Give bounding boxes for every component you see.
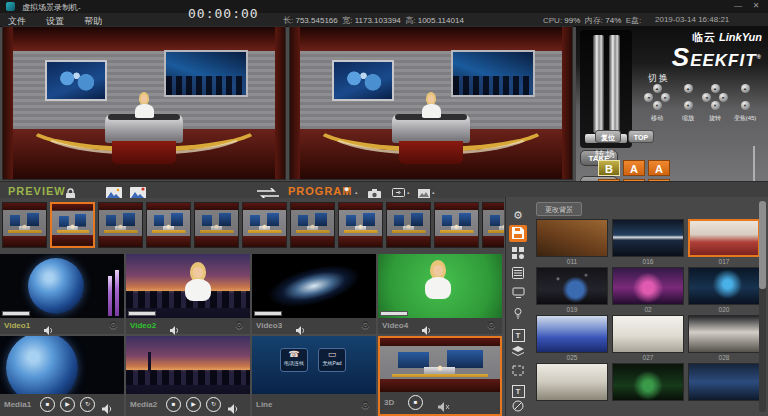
video2-label-bar: Video2 ⚙ bbox=[126, 318, 250, 334]
picture-overlay-caret-icon[interactable]: ▴ bbox=[432, 189, 435, 195]
rotate-right-button[interactable]: ► bbox=[719, 93, 728, 102]
crop-frame-icon[interactable] bbox=[509, 362, 527, 379]
scene-tile-row4-3[interactable] bbox=[688, 363, 760, 411]
gear-icon[interactable]: ⚙ bbox=[360, 319, 370, 332]
angle-thumb-3[interactable] bbox=[98, 202, 143, 248]
scene-tile-row4-1[interactable] bbox=[536, 363, 608, 411]
video4-cell[interactable]: Video4 ⚙ bbox=[378, 254, 502, 334]
gear-icon[interactable]: ⚙ bbox=[234, 319, 244, 332]
angle-thumb-7[interactable] bbox=[290, 202, 335, 248]
settings-gear-icon[interactable]: ⚙ bbox=[509, 205, 527, 222]
scene3d-cell-selected[interactable]: 3D ■ bbox=[378, 336, 502, 416]
rotate-left-button[interactable]: ◄ bbox=[702, 93, 711, 102]
close-button[interactable]: ✕ bbox=[748, 0, 764, 12]
record-icon[interactable]: ● bbox=[344, 184, 349, 194]
width-value: 1173.103394 bbox=[355, 16, 401, 25]
app-icon bbox=[6, 2, 15, 11]
layers-icon[interactable] bbox=[509, 343, 527, 360]
zoom-in-button[interactable]: ▲ bbox=[684, 84, 693, 93]
transition-a1-button[interactable]: A bbox=[623, 160, 645, 176]
save-floppy-icon[interactable] bbox=[509, 225, 527, 242]
scene-tile-017-selected[interactable]: 017 bbox=[688, 219, 760, 267]
transition-a2-button[interactable]: A bbox=[648, 160, 670, 176]
move-right-button[interactable]: ► bbox=[661, 93, 670, 102]
scene-tile-02[interactable]: 02 bbox=[612, 267, 684, 315]
speaker-icon[interactable] bbox=[228, 400, 239, 416]
record-caret-icon[interactable]: ▴ bbox=[355, 189, 358, 195]
studio-light-icon[interactable] bbox=[509, 305, 527, 322]
angle-thumb-9[interactable] bbox=[386, 202, 431, 248]
loop-button[interactable]: ↻ bbox=[206, 397, 221, 412]
video3-cell[interactable]: Video3 ⚙ bbox=[252, 254, 376, 334]
layout-grid-icon[interactable] bbox=[509, 245, 527, 262]
angle-thumb-8[interactable] bbox=[338, 202, 383, 248]
scene-tile-028[interactable]: 028 bbox=[688, 315, 760, 363]
length-value: 753.545166 bbox=[295, 16, 337, 25]
angle-thumb-5[interactable] bbox=[194, 202, 239, 248]
scene-tile-019[interactable]: 019 bbox=[536, 267, 608, 315]
fader-handle[interactable] bbox=[609, 35, 620, 133]
angle-thumb-6[interactable] bbox=[242, 202, 287, 248]
angle-thumb-11[interactable] bbox=[482, 202, 504, 248]
memory-label: 内存: bbox=[585, 16, 603, 25]
reset-button[interactable]: 复位 bbox=[595, 130, 621, 143]
transition-b-button[interactable]: B bbox=[598, 160, 620, 176]
phone-line-chip[interactable]: ☎ 电话连线 bbox=[280, 348, 308, 372]
studio-scene-render bbox=[290, 27, 572, 179]
change-background-button[interactable]: 更改背景 bbox=[536, 202, 582, 216]
stop-button[interactable]: ■ bbox=[408, 395, 423, 410]
program-label: PROGRAM bbox=[288, 185, 352, 197]
video1-cell[interactable]: Video1 ⚙ bbox=[0, 254, 124, 334]
text-tool-icon[interactable]: T bbox=[509, 324, 527, 341]
move-down-button[interactable]: ▼ bbox=[653, 101, 662, 110]
gear-icon[interactable]: ⚙ bbox=[108, 319, 118, 332]
scene-tile-row4-2[interactable] bbox=[612, 363, 684, 411]
speaker-icon[interactable] bbox=[102, 400, 113, 416]
stop-button[interactable]: ■ bbox=[40, 397, 55, 412]
scene-tile-025[interactable]: 025 bbox=[536, 315, 608, 363]
pad-focal-label: 变焦(45) bbox=[720, 114, 768, 123]
list-icon[interactable] bbox=[509, 265, 527, 282]
library-scrollbar-thumb[interactable] bbox=[759, 201, 766, 289]
focal-in-button[interactable]: ▲ bbox=[741, 84, 750, 93]
subtitle-text-icon[interactable]: T bbox=[509, 380, 527, 397]
media1-cell[interactable]: Media1 ■ ▶ ↻ bbox=[0, 336, 124, 416]
scene-tile-027[interactable]: 027 bbox=[612, 315, 684, 363]
titlebar: 虚拟场景录制机- — ✕ bbox=[0, 0, 768, 13]
line-cell[interactable]: ☎ 电话连线 ▭ 无线Pad Line ⚙ bbox=[252, 336, 376, 416]
loop-button[interactable]: ↻ bbox=[80, 397, 95, 412]
fader-handle[interactable] bbox=[593, 35, 604, 133]
move-up-button[interactable]: ▲ bbox=[653, 84, 662, 93]
monitor-icon[interactable] bbox=[509, 285, 527, 302]
screen-output-caret-icon[interactable]: ▴ bbox=[407, 189, 410, 195]
gear-icon[interactable]: ⚙ bbox=[360, 399, 370, 412]
angle-thumb-2-selected[interactable] bbox=[50, 202, 95, 248]
media2-cell[interactable]: Media2 ■ ▶ ↻ bbox=[126, 336, 250, 416]
video4-name: Video4 bbox=[382, 321, 408, 330]
minimize-button[interactable]: — bbox=[730, 0, 746, 12]
video3-preview bbox=[252, 254, 376, 318]
top-button[interactable]: TOP bbox=[628, 130, 654, 143]
zoom-out-button[interactable]: ▼ bbox=[684, 101, 693, 110]
video1-name: Video1 bbox=[4, 321, 30, 330]
scene-tile-011[interactable]: 011 bbox=[536, 219, 608, 267]
scene-tile-016[interactable]: 016 bbox=[612, 219, 684, 267]
muted-speaker-icon[interactable] bbox=[438, 398, 450, 416]
angle-thumb-4[interactable] bbox=[146, 202, 191, 248]
wireless-pad-chip[interactable]: ▭ 无线Pad bbox=[318, 348, 346, 372]
media2-name: Media2 bbox=[130, 400, 157, 409]
rotate-down-button[interactable]: ▼ bbox=[711, 101, 720, 110]
focal-out-button[interactable]: ▼ bbox=[741, 101, 750, 110]
scene-tile-020[interactable]: 020 bbox=[688, 267, 760, 315]
move-left-button[interactable]: ◄ bbox=[644, 93, 653, 102]
play-button[interactable]: ▶ bbox=[186, 397, 201, 412]
angle-thumb-10[interactable] bbox=[434, 202, 479, 248]
play-button[interactable]: ▶ bbox=[60, 397, 75, 412]
video2-cell[interactable]: Video2 ⚙ bbox=[126, 254, 250, 334]
pad-zoom: ▲ ▼ bbox=[683, 84, 693, 110]
stop-button[interactable]: ■ bbox=[166, 397, 181, 412]
gear-icon[interactable]: ⚙ bbox=[486, 319, 496, 332]
disable-icon[interactable] bbox=[509, 398, 527, 415]
angle-thumb-1[interactable] bbox=[2, 202, 47, 248]
rotate-up-button[interactable]: ▲ bbox=[711, 84, 720, 93]
